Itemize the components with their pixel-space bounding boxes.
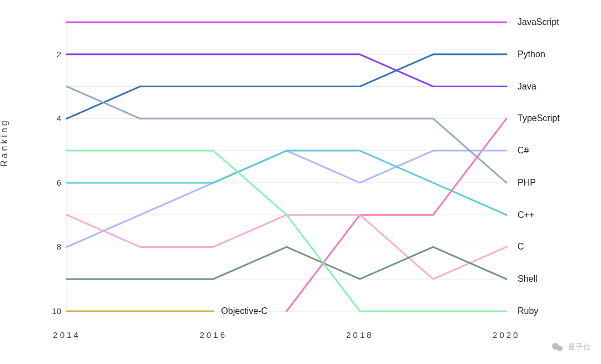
y-tick-label: 8 [39, 242, 61, 251]
y-tick-label: 10 [39, 306, 61, 316]
wechat-icon [551, 341, 564, 354]
series-label: JavaScript [518, 17, 559, 27]
watermark: 量子位 [551, 341, 591, 354]
y-tick-label: 4 [39, 113, 61, 123]
x-tick-label: 2014 [53, 330, 80, 340]
series-label: Ruby [518, 306, 538, 316]
series-label: Shell [518, 274, 538, 284]
chart-plot-area [0, 0, 601, 364]
y-tick-label: 2 [39, 49, 61, 59]
svg-point-12 [557, 346, 563, 351]
x-tick-label: 2018 [346, 330, 373, 340]
x-tick-label: 2020 [492, 330, 520, 340]
series-label: Java [518, 82, 536, 92]
watermark-text: 量子位 [568, 342, 591, 352]
series-label: TypeScript [518, 113, 560, 123]
series-label: C# [518, 146, 529, 156]
ranking-chart: Ranking 量子位 2468102014201620182020JavaSc… [0, 0, 601, 364]
x-tick-label: 2016 [200, 330, 227, 340]
y-tick-label: 6 [39, 178, 61, 187]
series-label: Python [518, 49, 545, 59]
series-inline-label: Objective-C [221, 306, 268, 316]
series-label: C [518, 242, 524, 252]
series-label: C++ [518, 210, 534, 220]
series-label: PHP [518, 178, 536, 188]
